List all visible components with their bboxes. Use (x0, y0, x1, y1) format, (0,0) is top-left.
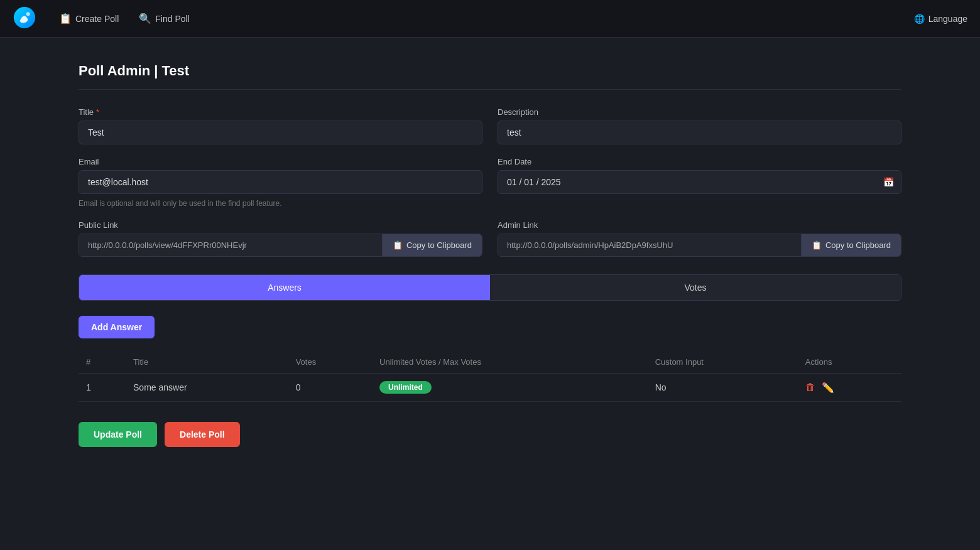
email-input[interactable] (79, 170, 482, 194)
admin-link-label: Admin Link (498, 220, 901, 230)
date-wrap: 📅 (498, 170, 901, 194)
copy-admin-label: Copy to Clipboard (825, 240, 891, 250)
col-custom-input: Custom Input (648, 351, 798, 374)
link-row: Public Link http://0.0.0.0/polls/view/4d… (79, 220, 901, 257)
delete-poll-label: Delete Poll (180, 429, 225, 439)
answer-number: 1 (79, 374, 126, 402)
table-row: 1 Some answer 0 Unlimited No 🗑 ✏️ (79, 374, 901, 402)
tab-votes[interactable]: Votes (490, 275, 901, 300)
clipboard-icon-public: 📋 (393, 240, 403, 250)
logo[interactable] (13, 6, 52, 31)
clipboard-icon-admin: 📋 (812, 240, 822, 250)
title-input[interactable] (79, 121, 482, 144)
language-label: Language (928, 14, 967, 24)
page-title: Poll Admin | Test (79, 63, 901, 79)
title-label: Title* (79, 107, 482, 117)
public-link-wrap: http://0.0.0.0/polls/view/4dFFXPRr00NHEv… (79, 234, 482, 257)
nav-find-poll-label: Find Poll (155, 14, 189, 24)
email-group: Email Email is optional and will only be… (79, 157, 482, 208)
nav-items: 📋 Create Poll 🔍 Find Poll (52, 9, 914, 28)
answer-title: Some answer (126, 374, 288, 402)
create-poll-icon: 📋 (59, 13, 72, 24)
answers-table: # Title Votes Unlimited Votes / Max Vote… (79, 351, 901, 402)
tab-answers[interactable]: Answers (79, 275, 490, 300)
answers-table-body: 1 Some answer 0 Unlimited No 🗑 ✏️ (79, 374, 901, 402)
description-input[interactable] (498, 121, 901, 144)
admin-link-group: Admin Link http://0.0.0.0/polls/admin/Hp… (498, 220, 901, 257)
language-icon: 🌐 (914, 14, 925, 24)
language-selector[interactable]: 🌐 Language (914, 14, 967, 24)
description-group: Description (498, 107, 901, 144)
unlimited-badge: Unlimited (379, 381, 432, 394)
add-answer-label: Add Answer (91, 322, 142, 332)
answers-section: Add Answer # Title Votes Unlimited Votes… (79, 316, 901, 402)
title-group: Title* (79, 107, 482, 144)
email-label: Email (79, 157, 482, 166)
form-row-1: Title* Description (79, 107, 901, 144)
add-answer-button[interactable]: Add Answer (79, 316, 155, 338)
title-divider (79, 89, 901, 90)
nav-create-poll-label: Create Poll (75, 14, 119, 24)
col-title: Title (126, 351, 288, 374)
copy-public-label: Copy to Clipboard (406, 240, 472, 250)
answer-unlimited: Unlimited (372, 374, 648, 402)
end-date-input[interactable] (498, 170, 901, 194)
col-unlimited: Unlimited Votes / Max Votes (372, 351, 648, 374)
delete-answer-icon[interactable]: 🗑 (805, 382, 815, 393)
edit-answer-icon[interactable]: ✏️ (822, 382, 834, 394)
end-date-group: End Date 📅 (498, 157, 901, 208)
update-poll-label: Update Poll (94, 429, 142, 439)
tabs: Answers Votes (79, 274, 901, 301)
description-label: Description (498, 107, 901, 117)
delete-poll-button[interactable]: Delete Poll (165, 422, 240, 447)
form-row-2: Email Email is optional and will only be… (79, 157, 901, 208)
svg-point-1 (26, 12, 30, 16)
col-actions: Actions (798, 351, 901, 374)
answers-table-header: # Title Votes Unlimited Votes / Max Vote… (79, 351, 901, 374)
public-link-value: http://0.0.0.0/polls/view/4dFFXPRr00NHEv… (79, 234, 382, 256)
copy-admin-link-button[interactable]: 📋 Copy to Clipboard (801, 234, 901, 256)
tab-answers-label: Answers (268, 283, 302, 293)
answer-actions: 🗑 ✏️ (798, 374, 901, 402)
end-date-label: End Date (498, 157, 901, 166)
navbar: 📋 Create Poll 🔍 Find Poll 🌐 Language (0, 0, 980, 38)
col-votes: Votes (288, 351, 372, 374)
public-link-label: Public Link (79, 220, 482, 230)
nav-create-poll[interactable]: 📋 Create Poll (52, 9, 126, 28)
bottom-actions: Update Poll Delete Poll (79, 422, 901, 447)
admin-link-value: http://0.0.0.0/polls/admin/HpAiB2DpA9fxs… (498, 234, 801, 256)
update-poll-button[interactable]: Update Poll (79, 422, 157, 447)
answer-custom-input: No (648, 374, 798, 402)
nav-find-poll[interactable]: 🔍 Find Poll (131, 9, 197, 28)
email-hint: Email is optional and will only be used … (79, 199, 482, 208)
find-poll-icon: 🔍 (139, 13, 151, 24)
admin-link-wrap: http://0.0.0.0/polls/admin/HpAiB2DpA9fxs… (498, 234, 901, 257)
tab-votes-label: Votes (684, 283, 706, 293)
action-icons: 🗑 ✏️ (805, 382, 894, 394)
copy-public-link-button[interactable]: 📋 Copy to Clipboard (382, 234, 482, 256)
main-content: Poll Admin | Test Title* Description Ema… (66, 38, 914, 472)
answer-votes: 0 (288, 374, 372, 402)
public-link-group: Public Link http://0.0.0.0/polls/view/4d… (79, 220, 482, 257)
col-number: # (79, 351, 126, 374)
